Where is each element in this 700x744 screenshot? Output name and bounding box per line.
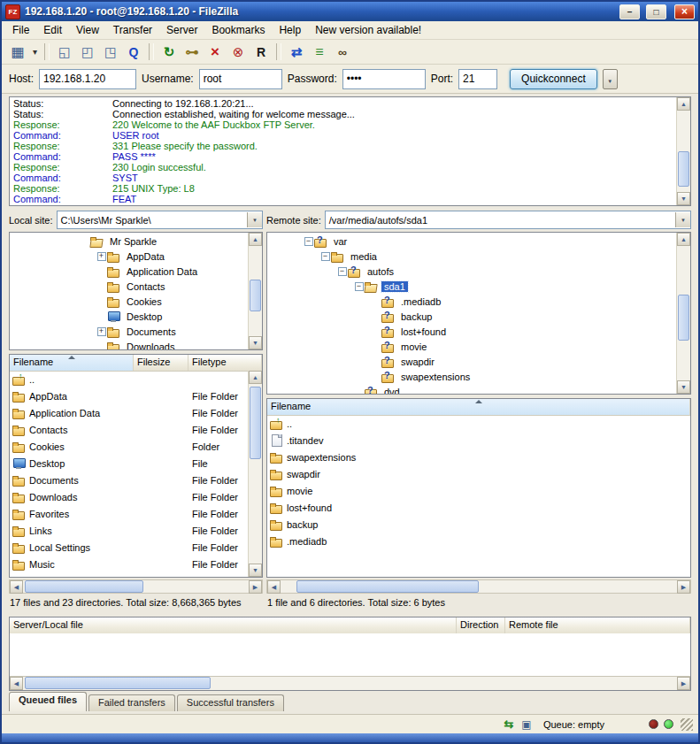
file-row[interactable]: movie [267, 482, 690, 499]
directory-comparison-icon[interactable] [286, 42, 307, 62]
file-row[interactable]: Downloads File Folder [10, 488, 247, 505]
file-row[interactable]: swapextensions [267, 449, 690, 465]
tree-item[interactable]: sda1 [267, 279, 675, 294]
speed-limit-icon[interactable] [519, 717, 535, 732]
vertical-scrollbar[interactable] [676, 97, 690, 205]
scroll-up-icon[interactable] [677, 97, 690, 111]
toggle-remote-tree-icon[interactable] [100, 42, 121, 62]
column-header-remote-file[interactable]: Remote file [505, 617, 690, 633]
expander-icon[interactable] [353, 280, 365, 292]
password-input[interactable] [342, 69, 426, 89]
scrollbar-track[interactable] [23, 677, 677, 689]
scroll-left-icon[interactable] [267, 580, 281, 594]
chevron-down-icon[interactable] [247, 212, 262, 227]
chevron-down-icon[interactable] [675, 212, 690, 227]
tree-item[interactable]: backup [267, 309, 675, 324]
column-header-server-local-file[interactable]: Server/Local file [10, 617, 457, 633]
tree-item[interactable]: dvd [267, 384, 675, 394]
scrollbar-track[interactable] [677, 111, 690, 192]
toggle-local-tree-icon[interactable] [77, 42, 98, 62]
expander-icon[interactable] [96, 265, 107, 277]
expander-icon[interactable] [96, 280, 107, 292]
menu-item[interactable]: Bookmarks [204, 21, 272, 39]
process-queue-icon[interactable] [181, 42, 203, 62]
scroll-right-icon[interactable] [677, 677, 690, 690]
scrollbar-track[interactable] [249, 384, 262, 564]
tree-item[interactable]: AppData [10, 249, 247, 264]
host-input[interactable] [39, 69, 136, 89]
tree-item[interactable]: Downloads [10, 339, 247, 349]
menu-item[interactable]: File [5, 21, 36, 39]
scrollbar-thumb[interactable] [678, 295, 689, 341]
quickconnect-button[interactable]: Quickconnect [510, 69, 597, 89]
file-row[interactable]: Favorites File Folder [10, 505, 247, 522]
vertical-scrollbar[interactable] [248, 233, 262, 349]
refresh-icon[interactable] [158, 42, 180, 62]
username-input[interactable] [199, 69, 282, 89]
expander-icon[interactable] [370, 341, 381, 352]
queue-tab[interactable]: Successful transfers [177, 694, 284, 711]
scroll-down-icon[interactable] [677, 380, 690, 394]
column-header-filename[interactable]: Filename [267, 399, 690, 415]
column-header-direction[interactable]: Direction [457, 617, 505, 633]
scrollbar-track[interactable] [249, 246, 262, 336]
vertical-scrollbar[interactable] [248, 371, 262, 577]
file-row[interactable]: Links File Folder [10, 522, 247, 539]
expander-icon[interactable] [370, 326, 381, 337]
toggle-message-log-icon[interactable] [54, 42, 75, 62]
tree-item[interactable]: Mr Sparkle [10, 234, 247, 249]
tree-item[interactable]: .mediadb [267, 294, 675, 309]
file-row[interactable]: backup [267, 516, 690, 533]
expander-icon[interactable] [96, 341, 107, 349]
expander-icon[interactable] [96, 295, 107, 307]
scroll-left-icon[interactable] [10, 580, 23, 594]
file-row[interactable]: AppData File Folder [10, 387, 247, 404]
menu-item[interactable]: Edit [36, 21, 69, 39]
menu-item[interactable]: New version available! [308, 21, 428, 39]
file-row[interactable]: Local Settings File Folder [10, 539, 247, 556]
file-row[interactable]: Cookies Folder [10, 438, 247, 455]
remote-site-combobox[interactable]: /var/media/autofs/sda1 [325, 211, 691, 229]
site-manager-icon[interactable] [7, 42, 28, 62]
tree-item[interactable]: var [267, 234, 675, 249]
expander-icon[interactable] [319, 250, 331, 262]
port-input[interactable] [458, 69, 497, 89]
close-button[interactable] [674, 4, 695, 19]
file-row[interactable]: Contacts File Folder [10, 421, 247, 438]
scrollbar-thumb[interactable] [250, 387, 261, 459]
local-site-combobox[interactable]: C:\Users\Mr Sparkle\ [57, 211, 263, 229]
expander-icon[interactable] [370, 295, 381, 307]
scroll-left-icon[interactable] [10, 677, 23, 690]
synchronized-browsing-status-icon[interactable] [501, 717, 517, 732]
scroll-down-icon[interactable] [249, 564, 262, 577]
tree-item[interactable]: Cookies [10, 294, 247, 309]
expander-icon[interactable] [370, 356, 381, 367]
expander-icon[interactable] [353, 386, 365, 394]
menu-item[interactable]: Transfer [106, 21, 159, 39]
scroll-right-icon[interactable] [249, 580, 262, 594]
expander-icon[interactable] [96, 326, 107, 337]
menu-item[interactable]: Server [159, 21, 204, 39]
tree-item[interactable]: movie [267, 339, 675, 354]
file-row[interactable]: .mediadb [267, 533, 690, 549]
scroll-right-icon[interactable] [677, 580, 690, 594]
scroll-down-icon[interactable] [249, 336, 262, 349]
expander-icon[interactable] [96, 311, 107, 322]
column-header-filetype[interactable]: Filetype [188, 355, 262, 371]
scrollbar-thumb[interactable] [296, 580, 479, 593]
file-row[interactable]: Documents File Folder [10, 472, 247, 488]
scrollbar-thumb[interactable] [25, 677, 211, 689]
file-row[interactable]: .titandev [267, 432, 690, 449]
tree-item[interactable]: swapextensions [267, 369, 675, 384]
tree-item[interactable]: Desktop [10, 309, 247, 324]
file-row[interactable]: swapdir [267, 465, 690, 482]
cancel-icon[interactable] [204, 42, 226, 62]
horizontal-scrollbar[interactable] [10, 676, 690, 690]
expander-icon[interactable] [96, 250, 107, 262]
file-row[interactable]: lost+found [267, 499, 690, 516]
scrollbar-track[interactable] [281, 580, 677, 593]
expander-icon[interactable] [370, 311, 381, 322]
tree-item[interactable]: Application Data [10, 264, 247, 279]
queue-tab[interactable]: Queued files [9, 692, 87, 711]
menu-item[interactable]: Help [272, 21, 308, 39]
